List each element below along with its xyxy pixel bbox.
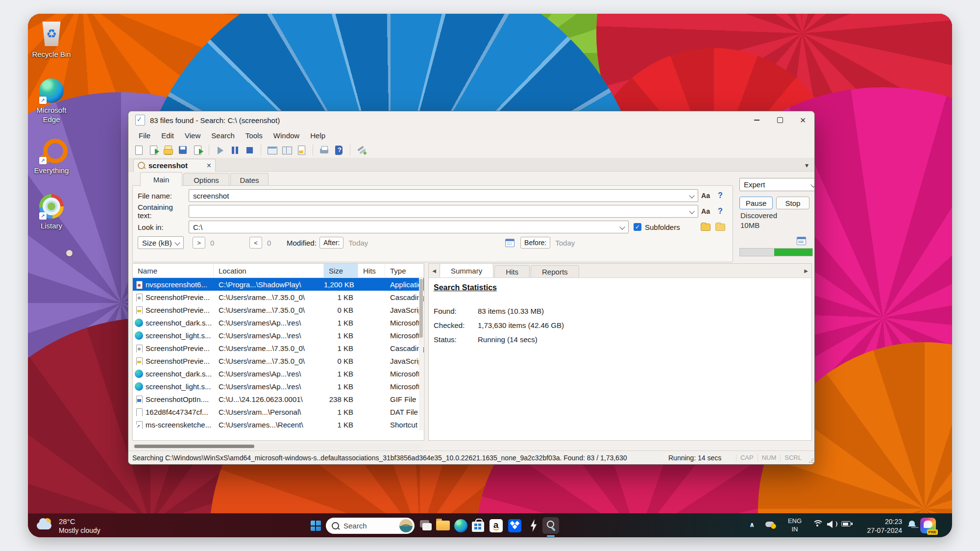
table-row[interactable]: ScreenshotPrevie... C:\Users\rame...\7.3… (133, 354, 424, 367)
menu-file[interactable]: File (133, 131, 156, 140)
subfolders-checkbox[interactable] (634, 223, 641, 231)
resize-grip[interactable] (808, 458, 813, 463)
title-bar[interactable]: 83 files found - Search: C:\ (screenshot… (128, 111, 814, 129)
containing-text-field[interactable] (189, 205, 698, 218)
chevron-down-icon[interactable] (619, 224, 625, 229)
start-search-icon[interactable] (215, 145, 226, 156)
export-results-icon[interactable] (192, 145, 203, 156)
desktop-icon-recycle-bin[interactable]: Recycle Bin (28, 22, 75, 59)
listary-button[interactable] (525, 517, 542, 534)
chevron-down-icon[interactable] (689, 208, 694, 214)
filelocator-button[interactable] (542, 517, 559, 534)
print-icon[interactable] (318, 145, 330, 156)
search-highlight-image[interactable] (399, 519, 413, 532)
stop-button[interactable]: Stop (776, 197, 809, 209)
close-tab-icon[interactable] (207, 161, 211, 170)
antivirus-tray-icon[interactable] (765, 520, 776, 528)
search-tab[interactable]: screenshot (133, 159, 216, 172)
after-date-input[interactable]: Today (348, 239, 505, 247)
close-button[interactable] (791, 111, 814, 129)
tab-dates[interactable]: Dates (230, 173, 269, 186)
expand-results-icon[interactable] (267, 145, 278, 156)
notifications-bell-icon[interactable] (908, 520, 916, 528)
table-row[interactable]: ms-screensketche... C:\Users\rames...\Re… (133, 418, 424, 431)
tab-hits[interactable]: Hits (494, 265, 530, 277)
column-header-type[interactable]: Type (385, 264, 424, 277)
after-button[interactable]: After: (319, 237, 343, 249)
edge-button[interactable] (452, 517, 469, 534)
file-name-field[interactable]: screenshot (189, 189, 698, 202)
tab-options[interactable]: Options (183, 173, 229, 186)
file-explorer-button[interactable] (435, 517, 451, 534)
volume-icon[interactable] (827, 520, 837, 528)
help-button[interactable]: ? (718, 207, 723, 216)
calendar-icon[interactable] (797, 237, 806, 245)
task-view-button[interactable] (417, 517, 434, 534)
before-button[interactable]: Before: (520, 237, 550, 249)
language-indicator[interactable]: ENG IN (785, 517, 805, 534)
pause-button[interactable]: Pause (739, 197, 773, 209)
column-header-size[interactable]: Size (324, 264, 358, 277)
menu-edit[interactable]: Edit (156, 131, 179, 140)
amazon-button[interactable] (488, 517, 504, 534)
desktop-icon-everything[interactable]: Everything (28, 138, 75, 175)
menu-help[interactable]: Help (305, 131, 331, 140)
save-icon[interactable] (177, 145, 189, 156)
maximize-button[interactable] (768, 111, 791, 129)
column-header-location[interactable]: Location (214, 264, 324, 277)
help-icon[interactable] (333, 145, 344, 156)
menu-window[interactable]: Window (268, 131, 305, 140)
column-header-name[interactable]: Name (133, 264, 214, 277)
horizontal-scrollbar[interactable] (132, 444, 423, 449)
desktop-icon-microsoft-edge[interactable]: Microsoft Edge (28, 77, 75, 125)
menu-view[interactable]: View (179, 131, 206, 140)
menu-search[interactable]: Search (206, 131, 240, 140)
copilot-button[interactable]: PRE (920, 518, 936, 533)
tray-expand-icon[interactable] (749, 521, 755, 528)
table-row[interactable]: nvspscreenshot6... C:\Progra...\ShadowPl… (133, 278, 424, 291)
new-search-icon[interactable] (133, 145, 145, 156)
table-row[interactable]: ScreenshotPrevie... C:\Users\rame...\7.3… (133, 291, 424, 303)
scroll-tabs-left-icon[interactable] (429, 264, 440, 277)
tab-reports[interactable]: Reports (531, 265, 579, 277)
table-row[interactable]: screenshot_dark.s... C:\Users\rames\Ap..… (133, 316, 424, 329)
column-header-hits[interactable]: Hits (358, 264, 385, 277)
scroll-tabs-right-icon[interactable] (801, 264, 811, 277)
table-row[interactable]: ScreenshotOptIn.... C:\U...\24.126.0623.… (133, 393, 424, 405)
wifi-icon[interactable] (812, 520, 823, 529)
table-row[interactable]: screenshot_dark.s... C:\Users\rames\Ap..… (133, 367, 424, 380)
taskbar-search[interactable]: Search (326, 518, 415, 534)
desktop-icon-listary[interactable]: Listary (28, 193, 75, 231)
vertical-scrollbar[interactable] (419, 278, 423, 430)
chevron-down-icon[interactable] (689, 193, 694, 198)
report-icon[interactable] (296, 145, 307, 156)
match-case-button[interactable]: Aa (701, 192, 710, 200)
table-row[interactable]: screenshot_light.s... C:\Users\rames\Ap.… (133, 380, 424, 393)
tab-main[interactable]: Main (140, 172, 182, 186)
table-row[interactable]: 162d8f4c47347cf... C:\Users\ram...\Perso… (133, 405, 424, 418)
match-case-button[interactable]: Aa (701, 207, 710, 215)
mode-select[interactable]: Expert (739, 178, 815, 191)
table-row[interactable]: ScreenshotPrevie... C:\Users\rame...\7.3… (133, 342, 424, 354)
dropbox-button[interactable] (506, 517, 523, 534)
size-greater-button[interactable]: > (193, 237, 205, 249)
tab-list-dropdown-icon[interactable] (805, 161, 808, 169)
open-search-icon[interactable] (148, 145, 159, 156)
clock[interactable]: 20:23 27-07-2024 (857, 517, 902, 535)
calendar-icon[interactable] (505, 239, 514, 247)
minimize-button[interactable] (745, 111, 768, 129)
tab-summary[interactable]: Summary (440, 263, 493, 277)
size-max-input[interactable]: 0 (267, 239, 281, 247)
microsoft-store-button[interactable] (469, 517, 486, 534)
scrollbar-thumb[interactable] (419, 279, 423, 338)
menu-tools[interactable]: Tools (240, 131, 268, 140)
size-min-input[interactable]: 0 (210, 239, 249, 247)
folder-options-icon[interactable] (715, 224, 725, 231)
table-row[interactable]: ScreenshotPrevie... C:\Users\rame...\7.3… (133, 303, 424, 316)
scrollbar-thumb[interactable] (134, 445, 254, 448)
browse-folder-icon[interactable] (701, 224, 710, 231)
start-button[interactable] (307, 517, 324, 534)
configuration-icon[interactable] (356, 145, 367, 156)
window-layout-icon[interactable] (281, 145, 293, 156)
stop-search-icon[interactable] (244, 145, 255, 156)
